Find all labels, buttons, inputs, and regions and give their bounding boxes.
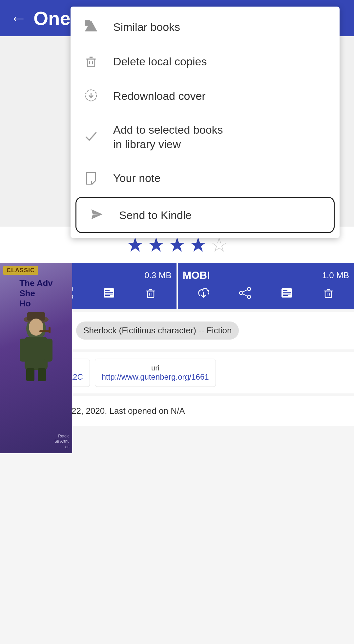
- mobi-delete-icon[interactable]: [322, 286, 335, 302]
- your-note-label: Your note: [113, 171, 160, 185]
- svg-rect-18: [105, 290, 110, 291]
- svg-rect-5: [38, 368, 46, 381]
- menu-item-similar-books[interactable]: Similar books: [71, 10, 340, 44]
- epub-details-icon[interactable]: [102, 286, 115, 302]
- svg-rect-21: [105, 295, 110, 296]
- note-icon: [82, 170, 100, 186]
- book-figure: [10, 309, 62, 381]
- svg-rect-33: [281, 288, 292, 298]
- trash-lines-icon: [82, 54, 100, 70]
- svg-rect-10: [49, 327, 51, 333]
- uri-value[interactable]: http://www.gutenberg.org/1661: [102, 372, 209, 382]
- svg-rect-20: [105, 294, 113, 295]
- uri-link-card: uri http://www.gutenberg.org/1661: [95, 359, 216, 387]
- svg-marker-59: [92, 210, 103, 219]
- mobi-label: MOBI: [183, 269, 210, 281]
- svg-line-31: [243, 290, 247, 292]
- svg-point-28: [247, 287, 251, 291]
- svg-rect-19: [105, 292, 113, 293]
- epub-size: 0.3 MB: [144, 270, 171, 280]
- epub-delete-icon[interactable]: [144, 286, 157, 302]
- svg-point-29: [247, 295, 251, 299]
- svg-rect-35: [283, 292, 291, 293]
- menu-item-add-selected[interactable]: Add to selected booksin library view: [71, 113, 340, 161]
- book-cover-bottom-text: Retold Sir Arthu on: [54, 433, 70, 450]
- svg-rect-2: [20, 339, 28, 362]
- uri-label: uri: [102, 364, 209, 372]
- book-banner: CLASSIC: [3, 266, 38, 275]
- shapes-icon: [82, 19, 100, 35]
- svg-rect-17: [104, 288, 114, 298]
- tag-sherlock[interactable]: Sherlock (Fictitious character) -- Ficti…: [76, 322, 239, 340]
- checkmark-icon: [82, 129, 100, 145]
- mobi-share-icon[interactable]: [239, 286, 252, 302]
- book-cover: CLASSIC The Adv She Ho: [0, 263, 72, 453]
- book-title: The Adv She Ho: [19, 278, 53, 309]
- add-selected-label: Add to selected booksin library view: [113, 122, 223, 151]
- menu-item-send-to-kindle[interactable]: Send to Kindle: [75, 197, 335, 233]
- mobi-format-btn[interactable]: MOBI 1.0 MB: [178, 263, 354, 309]
- back-button[interactable]: ←: [10, 8, 27, 28]
- page-title: One: [33, 7, 71, 29]
- svg-rect-51: [85, 20, 91, 26]
- svg-rect-37: [283, 295, 288, 296]
- similar-books-label: Similar books: [113, 20, 180, 34]
- main-content: CLASSIC The Adv She Ho: [0, 227, 354, 644]
- svg-rect-36: [283, 294, 291, 295]
- svg-rect-1: [25, 337, 48, 370]
- mobi-download-icon[interactable]: [197, 286, 210, 302]
- svg-rect-52: [87, 59, 95, 67]
- svg-rect-38: [325, 291, 332, 298]
- redownload-icon: [82, 88, 100, 104]
- menu-item-redownload-cover[interactable]: Redownload cover: [71, 79, 340, 113]
- svg-rect-22: [147, 291, 154, 298]
- menu-item-delete-local[interactable]: Delete local copies: [71, 44, 340, 79]
- send-icon: [88, 207, 106, 223]
- send-to-kindle-label: Send to Kindle: [119, 208, 192, 222]
- mobi-details-icon[interactable]: [280, 286, 293, 302]
- svg-line-32: [243, 294, 247, 296]
- svg-point-30: [239, 291, 243, 295]
- svg-rect-3: [44, 339, 52, 362]
- menu-item-your-note[interactable]: Your note: [71, 161, 340, 195]
- svg-rect-34: [283, 290, 287, 291]
- context-menu: Similar books Delete local copies: [71, 7, 340, 238]
- delete-local-label: Delete local copies: [113, 54, 207, 69]
- redownload-cover-label: Redownload cover: [113, 89, 206, 103]
- mobi-size: 1.0 MB: [322, 270, 349, 280]
- svg-rect-9: [39, 330, 49, 332]
- svg-point-8: [29, 319, 43, 336]
- svg-rect-4: [26, 368, 34, 381]
